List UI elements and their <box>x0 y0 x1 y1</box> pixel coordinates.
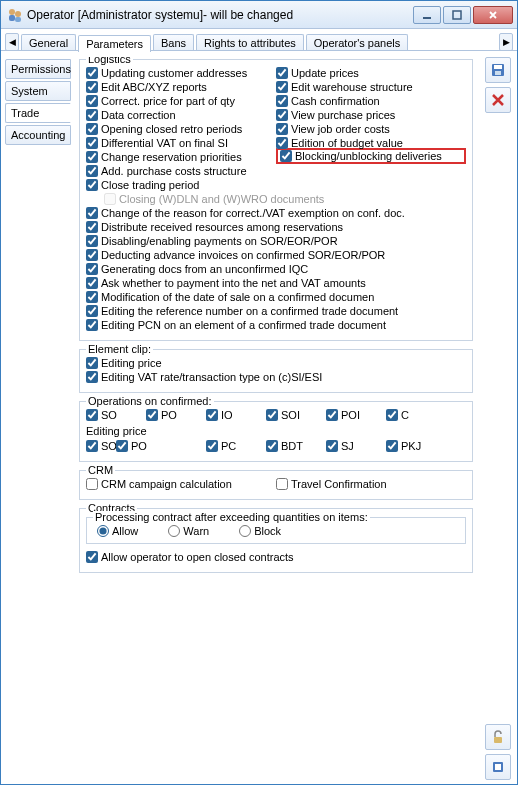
checkbox-disabling-enabling-payments-on[interactable]: Disabling/enabling payments on SOR/EOR/P… <box>86 234 466 248</box>
operations-group: Operations on confirmed: SOPOIOSOIPOIC E… <box>79 401 473 462</box>
element-clip-legend: Element clip: <box>86 343 153 355</box>
checkbox-poi[interactable]: POI <box>326 408 386 422</box>
tab-scroll-left[interactable]: ◀ <box>5 33 19 51</box>
checkbox-edit-warehouse-structure[interactable]: Edit warehouse structure <box>276 80 466 94</box>
checkbox-change-reservation-priorities[interactable]: Change reservation priorities <box>86 150 276 164</box>
checkbox-editing-the-reference-number-o[interactable]: Editing the reference number on a confir… <box>86 304 466 318</box>
logistics-legend: Logistics <box>86 57 133 65</box>
operations-legend: Operations on confirmed: <box>86 395 214 407</box>
checkbox-po[interactable]: PO <box>146 408 206 422</box>
checkbox-editing-vat-rate-transaction-t[interactable]: Editing VAT rate/transaction type on (c)… <box>86 370 466 384</box>
save-button[interactable] <box>485 57 511 83</box>
checkbox-view-purchase-prices[interactable]: View purchase prices <box>276 108 466 122</box>
checkbox-correct-price-for-part-of-qty[interactable]: Correct. price for part of qty <box>86 94 276 108</box>
side-tab-accounting[interactable]: Accounting <box>5 125 71 145</box>
tab-operator-s-panels[interactable]: Operator's panels <box>306 34 408 51</box>
checkbox-c[interactable]: C <box>386 408 446 422</box>
maximize-button[interactable] <box>443 6 471 24</box>
tab-parameters[interactable]: Parameters <box>78 35 151 52</box>
contracts-group: Contracts Processing contract after exce… <box>79 508 473 573</box>
delete-button[interactable] <box>485 87 511 113</box>
checkbox-view-job-order-costs[interactable]: View job order costs <box>276 122 466 136</box>
svg-point-0 <box>9 9 15 15</box>
tab-general[interactable]: General <box>21 34 76 51</box>
app-icon <box>7 7 23 23</box>
svg-rect-5 <box>453 11 461 19</box>
contracts-processing-group: Processing contract after exceeding quan… <box>86 517 466 544</box>
checkbox-distribute-received-resources-[interactable]: Distribute received resources among rese… <box>86 220 466 234</box>
checkbox-editing-pcn-on-an-element-of-a[interactable]: Editing PCN on an element of a confirmed… <box>86 318 466 332</box>
checkbox-cash-confirmation[interactable]: Cash confirmation <box>276 94 466 108</box>
checkbox-updating-customer-addresses[interactable]: Updating customer addresses <box>86 66 276 80</box>
side-tabs: PermissionsSystemTradeAccounting <box>5 57 71 780</box>
crm-legend: CRM <box>86 464 115 476</box>
svg-rect-3 <box>15 17 21 22</box>
checkbox-close-trading-period[interactable]: Close trading period <box>86 178 276 192</box>
logistics-group: Logistics Updating customer addressesEdi… <box>79 59 473 341</box>
checkbox-soi[interactable]: SOI <box>266 408 326 422</box>
checkbox-sj[interactable]: SJ <box>326 439 386 453</box>
checkbox-add-purchase-costs-structure[interactable]: Add. purchase costs structure <box>86 164 276 178</box>
checkbox-modification-of-the-date-of-sa[interactable]: Modification of the date of sale on a co… <box>86 290 466 304</box>
svg-rect-7 <box>494 65 502 69</box>
close-button[interactable] <box>473 6 513 24</box>
element-clip-group: Element clip: Editing priceEditing VAT r… <box>79 349 473 393</box>
checkbox-pc[interactable]: PC <box>206 439 266 453</box>
editing-price-label: Editing price <box>86 425 466 437</box>
side-tab-system[interactable]: System <box>5 81 71 101</box>
svg-rect-9 <box>494 737 502 743</box>
side-tab-trade[interactable]: Trade <box>5 103 71 123</box>
svg-rect-11 <box>495 764 501 770</box>
checkbox-ask-whether-to-payment-into-th[interactable]: Ask whether to payment into the net and … <box>86 276 466 290</box>
closing-docs-checkbox: Closing (W)DLN and (W)WRO documents <box>86 192 466 206</box>
checkbox-opening-closed-retro-periods[interactable]: Opening closed retro periods <box>86 122 276 136</box>
checkbox-so[interactable]: SO <box>86 439 116 453</box>
lock-button[interactable] <box>485 724 511 750</box>
radio-allow[interactable]: Allow <box>97 525 138 537</box>
checkbox-po[interactable]: PO <box>116 439 146 453</box>
svg-point-2 <box>15 11 21 17</box>
radio-warn[interactable]: Warn <box>168 525 209 537</box>
radio-block[interactable]: Block <box>239 525 281 537</box>
top-tabs: GeneralParametersBansRights to attribute… <box>21 34 497 51</box>
crm-group: CRM CRM campaign calculationTravel Confi… <box>79 470 473 500</box>
tab-bans[interactable]: Bans <box>153 34 194 51</box>
checkbox-io[interactable]: IO <box>206 408 266 422</box>
window-title: Operator [Administrator systemu]- will b… <box>27 8 293 22</box>
checkbox-generating-docs-from-an-unconf[interactable]: Generating docs from an unconfirmed IQC <box>86 262 466 276</box>
svg-rect-1 <box>9 15 15 21</box>
svg-rect-4 <box>423 17 431 19</box>
checkbox-change-of-the-reason-for-corre[interactable]: Change of the reason for correct./VAT ex… <box>86 206 466 220</box>
export-button[interactable] <box>485 754 511 780</box>
checkbox-bdt[interactable]: BDT <box>266 439 326 453</box>
checkbox-crm-campaign-calculation[interactable]: CRM campaign calculation <box>86 477 276 491</box>
checkbox-pkj[interactable]: PKJ <box>386 439 446 453</box>
checkbox-differential-vat-on-final-si[interactable]: Differential VAT on final SI <box>86 136 276 150</box>
checkbox-edit-abc-xyz-reports[interactable]: Edit ABC/XYZ reports <box>86 80 276 94</box>
checkbox-editing-price[interactable]: Editing price <box>86 356 466 370</box>
checkbox-so[interactable]: SO <box>86 408 146 422</box>
main-panel: Logistics Updating customer addressesEdi… <box>77 57 477 780</box>
checkbox-blocking-unblocking-deliveries[interactable]: Blocking/unblocking deliveries <box>276 148 466 164</box>
allow-open-contracts-checkbox[interactable]: Allow operator to open closed contracts <box>86 550 466 564</box>
titlebar: Operator [Administrator systemu]- will b… <box>1 1 517 29</box>
checkbox-data-correction[interactable]: Data correction <box>86 108 276 122</box>
checkbox-update-prices[interactable]: Update prices <box>276 66 466 80</box>
tab-rights-to-attributes[interactable]: Rights to attributes <box>196 34 304 51</box>
svg-rect-8 <box>495 71 501 75</box>
checkbox-travel-confirmation[interactable]: Travel Confirmation <box>276 477 466 491</box>
side-tab-permissions[interactable]: Permissions <box>5 59 71 79</box>
tab-scroll-right[interactable]: ▶ <box>499 33 513 51</box>
minimize-button[interactable] <box>413 6 441 24</box>
checkbox-deducting-advance-invoices-on-[interactable]: Deducting advance invoices on confirmed … <box>86 248 466 262</box>
